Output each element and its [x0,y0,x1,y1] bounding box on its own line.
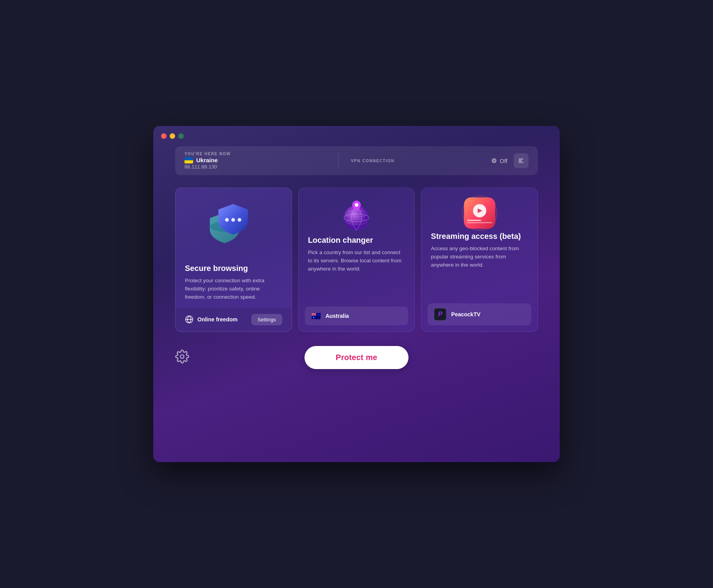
peacocktv-badge[interactable]: P PeacockTV [428,303,531,325]
vpn-status: Off [500,158,507,164]
cards-area: Secure browsing Protect your connection … [175,188,538,332]
streaming-description: Access any geo-blocked content from popu… [431,245,528,269]
peacock-letter: P [438,311,442,318]
app-window: YOU'RE HERE NOW Ukraine 86.111.88.130 VP… [153,126,560,462]
vpn-section: VPN CONNECTION [351,159,492,163]
streaming-card-top: Streaming access (beta) Access any geo-b… [421,188,537,276]
gear-icon [175,350,189,364]
secure-browsing-card[interactable]: Secure browsing Protect your connection … [175,188,292,332]
streaming-icon-area [431,197,528,229]
australia-label: Australia [326,313,349,319]
country-display: Ukraine [185,157,326,163]
ukraine-flag [185,157,193,163]
stream-box [464,197,495,229]
footer-mode-label: Online freedom [197,316,238,323]
maximize-button[interactable] [178,133,184,139]
svg-point-12 [181,355,184,359]
settings-gear-button[interactable] [175,350,189,365]
secure-title: Secure browsing [185,264,282,273]
location-icon-wrapper [339,197,374,233]
play-button-icon [473,204,486,217]
location-description: Pick a country from our list and connect… [308,249,405,273]
australia-badge[interactable]: 🇦🇺 Australia [305,307,408,325]
settings-button[interactable]: Settings [251,314,282,325]
flag-icon [518,157,525,164]
australia-flag: 🇦🇺 [311,311,321,321]
bottom-bar: Protect me [153,346,560,385]
protect-me-button[interactable]: Protect me [305,346,408,369]
country-name: Ukraine [196,157,218,163]
secure-card-footer: Online freedom Settings [176,308,292,332]
streaming-icon-wrapper [464,197,495,229]
header-bar: YOU'RE HERE NOW Ukraine 86.111.88.130 VP… [175,146,538,175]
svg-point-1 [225,218,229,222]
peacocktv-label: PeacockTV [451,311,480,317]
here-now-label: YOU'RE HERE NOW [185,152,326,156]
vpn-toggle[interactable]: Off [492,158,507,164]
minimize-button[interactable] [170,133,175,139]
secure-description: Protect your connection with extra flexi… [185,277,282,301]
shield-icon-wrapper [206,199,261,254]
secure-icon-area [176,188,292,258]
vpn-connection-label: VPN CONNECTION [351,159,395,163]
secure-card-content: Secure browsing Protect your connection … [176,258,292,308]
peacock-logo: P [434,308,446,321]
location-sphere-icon [339,197,374,233]
flag-button[interactable] [514,153,528,168]
footer-left: Online freedom [185,315,238,324]
streaming-title: Streaming access (beta) [431,232,528,241]
location-section: YOU'RE HERE NOW Ukraine 86.111.88.130 [185,152,326,170]
svg-point-10 [355,203,358,207]
header-divider [338,153,339,169]
svg-point-3 [238,218,241,222]
close-button[interactable] [161,133,167,139]
toggle-indicator [492,158,496,163]
location-changer-card[interactable]: Location changer Pick a country from our… [298,188,415,332]
streaming-access-card[interactable]: Streaming access (beta) Access any geo-b… [421,188,538,332]
location-title: Location changer [308,236,405,245]
ip-address: 86.111.88.130 [185,164,326,170]
globe-icon [185,315,193,324]
location-card-top: Location changer Pick a country from our… [299,188,415,280]
header-right: Off [492,153,528,168]
titlebar [153,126,560,146]
shield-front-icon [215,202,252,235]
svg-point-2 [231,218,235,222]
